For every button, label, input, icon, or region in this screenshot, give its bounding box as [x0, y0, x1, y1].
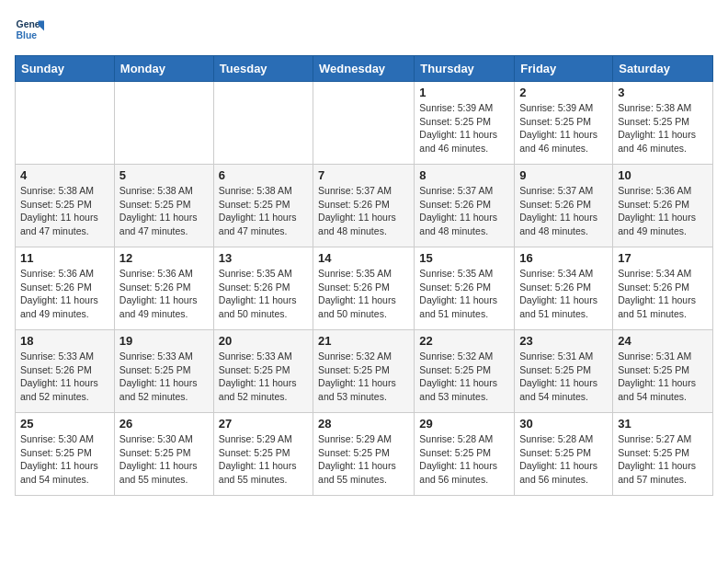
day-number: 26: [119, 417, 209, 431]
weekday-header: Sunday: [16, 56, 115, 82]
calendar-cell: 20Sunrise: 5:33 AM Sunset: 5:25 PM Dayli…: [213, 330, 313, 413]
weekday-header: Tuesday: [213, 56, 313, 82]
day-number: 31: [618, 417, 708, 431]
weekday-header: Friday: [515, 56, 613, 82]
day-detail: Sunrise: 5:33 AM Sunset: 5:25 PM Dayligh…: [219, 350, 308, 404]
calendar-cell: 8Sunrise: 5:37 AM Sunset: 5:26 PM Daylig…: [415, 165, 515, 247]
day-detail: Sunrise: 5:33 AM Sunset: 5:26 PM Dayligh…: [20, 350, 109, 404]
day-detail: Sunrise: 5:34 AM Sunset: 5:26 PM Dayligh…: [519, 267, 608, 321]
day-number: 4: [20, 168, 109, 182]
day-detail: Sunrise: 5:33 AM Sunset: 5:25 PM Dayligh…: [119, 350, 209, 404]
calendar-cell: 17Sunrise: 5:34 AM Sunset: 5:26 PM Dayli…: [613, 247, 713, 330]
day-number: 16: [519, 251, 608, 265]
day-number: 21: [318, 334, 409, 348]
calendar-cell: 6Sunrise: 5:38 AM Sunset: 5:25 PM Daylig…: [213, 165, 313, 247]
day-number: 9: [519, 168, 608, 182]
weekday-header: Saturday: [613, 56, 713, 82]
day-detail: Sunrise: 5:31 AM Sunset: 5:25 PM Dayligh…: [519, 350, 608, 404]
calendar-table: SundayMondayTuesdayWednesdayThursdayFrid…: [15, 55, 713, 496]
calendar-cell: 18Sunrise: 5:33 AM Sunset: 5:26 PM Dayli…: [16, 330, 115, 413]
day-number: 11: [20, 251, 109, 265]
calendar-cell: [16, 82, 115, 165]
day-detail: Sunrise: 5:30 AM Sunset: 5:25 PM Dayligh…: [20, 432, 109, 487]
calendar-cell: 25Sunrise: 5:30 AM Sunset: 5:25 PM Dayli…: [16, 413, 115, 496]
calendar-cell: 12Sunrise: 5:36 AM Sunset: 5:26 PM Dayli…: [114, 247, 213, 330]
day-detail: Sunrise: 5:37 AM Sunset: 5:26 PM Dayligh…: [419, 184, 509, 238]
day-detail: Sunrise: 5:38 AM Sunset: 5:25 PM Dayligh…: [119, 184, 209, 238]
calendar-cell: 31Sunrise: 5:27 AM Sunset: 5:25 PM Dayli…: [613, 413, 713, 496]
day-number: 28: [318, 417, 409, 431]
calendar-cell: [213, 82, 313, 165]
day-number: 6: [219, 168, 308, 182]
day-detail: Sunrise: 5:32 AM Sunset: 5:25 PM Dayligh…: [318, 350, 409, 404]
day-number: 10: [618, 168, 708, 182]
day-detail: Sunrise: 5:39 AM Sunset: 5:25 PM Dayligh…: [519, 101, 608, 155]
calendar-week-row: 1Sunrise: 5:39 AM Sunset: 5:25 PM Daylig…: [16, 82, 713, 165]
day-detail: Sunrise: 5:29 AM Sunset: 5:25 PM Dayligh…: [318, 432, 409, 487]
day-number: 14: [318, 251, 409, 265]
day-number: 13: [219, 251, 308, 265]
day-detail: Sunrise: 5:34 AM Sunset: 5:26 PM Dayligh…: [618, 267, 708, 321]
weekday-header-row: SundayMondayTuesdayWednesdayThursdayFrid…: [16, 56, 713, 82]
day-number: 19: [119, 334, 209, 348]
header: General Blue: [15, 15, 713, 44]
calendar-cell: 11Sunrise: 5:36 AM Sunset: 5:26 PM Dayli…: [16, 247, 115, 330]
calendar-cell: 3Sunrise: 5:38 AM Sunset: 5:25 PM Daylig…: [613, 82, 713, 165]
calendar-cell: 5Sunrise: 5:38 AM Sunset: 5:25 PM Daylig…: [114, 165, 213, 247]
calendar-cell: 21Sunrise: 5:32 AM Sunset: 5:25 PM Dayli…: [313, 330, 415, 413]
calendar-cell: 29Sunrise: 5:28 AM Sunset: 5:25 PM Dayli…: [415, 413, 515, 496]
calendar-cell: 1Sunrise: 5:39 AM Sunset: 5:25 PM Daylig…: [415, 82, 515, 165]
calendar-week-row: 11Sunrise: 5:36 AM Sunset: 5:26 PM Dayli…: [16, 247, 713, 330]
calendar-cell: 22Sunrise: 5:32 AM Sunset: 5:25 PM Dayli…: [415, 330, 515, 413]
weekday-header: Wednesday: [313, 56, 415, 82]
day-detail: Sunrise: 5:30 AM Sunset: 5:25 PM Dayligh…: [119, 432, 209, 487]
day-number: 22: [419, 334, 509, 348]
day-number: 1: [419, 86, 509, 99]
day-number: 15: [419, 251, 509, 265]
calendar-week-row: 25Sunrise: 5:30 AM Sunset: 5:25 PM Dayli…: [16, 413, 713, 496]
calendar-cell: 16Sunrise: 5:34 AM Sunset: 5:26 PM Dayli…: [515, 247, 613, 330]
day-detail: Sunrise: 5:38 AM Sunset: 5:25 PM Dayligh…: [219, 184, 308, 238]
day-detail: Sunrise: 5:28 AM Sunset: 5:25 PM Dayligh…: [519, 432, 608, 487]
day-number: 23: [519, 334, 608, 348]
day-number: 2: [519, 86, 608, 99]
day-number: 8: [419, 168, 509, 182]
day-number: 12: [119, 251, 209, 265]
day-detail: Sunrise: 5:36 AM Sunset: 5:26 PM Dayligh…: [119, 267, 209, 321]
calendar-cell: 26Sunrise: 5:30 AM Sunset: 5:25 PM Dayli…: [114, 413, 213, 496]
weekday-header: Monday: [114, 56, 213, 82]
calendar-week-row: 4Sunrise: 5:38 AM Sunset: 5:25 PM Daylig…: [16, 165, 713, 247]
day-detail: Sunrise: 5:29 AM Sunset: 5:25 PM Dayligh…: [219, 432, 308, 487]
logo: General Blue: [15, 15, 48, 44]
day-detail: Sunrise: 5:37 AM Sunset: 5:26 PM Dayligh…: [519, 184, 608, 238]
svg-text:Blue: Blue: [17, 30, 38, 40]
weekday-header: Thursday: [415, 56, 515, 82]
day-number: 29: [419, 417, 509, 431]
day-detail: Sunrise: 5:37 AM Sunset: 5:26 PM Dayligh…: [318, 184, 409, 238]
day-detail: Sunrise: 5:36 AM Sunset: 5:26 PM Dayligh…: [618, 184, 708, 238]
day-number: 17: [618, 251, 708, 265]
calendar-cell: 4Sunrise: 5:38 AM Sunset: 5:25 PM Daylig…: [16, 165, 115, 247]
day-detail: Sunrise: 5:38 AM Sunset: 5:25 PM Dayligh…: [618, 101, 708, 155]
logo-icon: General Blue: [15, 15, 44, 44]
day-detail: Sunrise: 5:35 AM Sunset: 5:26 PM Dayligh…: [219, 267, 308, 321]
calendar-cell: 24Sunrise: 5:31 AM Sunset: 5:25 PM Dayli…: [613, 330, 713, 413]
calendar-cell: 30Sunrise: 5:28 AM Sunset: 5:25 PM Dayli…: [515, 413, 613, 496]
day-number: 25: [20, 417, 109, 431]
day-detail: Sunrise: 5:27 AM Sunset: 5:25 PM Dayligh…: [618, 432, 708, 487]
day-detail: Sunrise: 5:32 AM Sunset: 5:25 PM Dayligh…: [419, 350, 509, 404]
day-detail: Sunrise: 5:28 AM Sunset: 5:25 PM Dayligh…: [419, 432, 509, 487]
calendar-cell: 10Sunrise: 5:36 AM Sunset: 5:26 PM Dayli…: [613, 165, 713, 247]
day-number: 7: [318, 168, 409, 182]
calendar-cell: 14Sunrise: 5:35 AM Sunset: 5:26 PM Dayli…: [313, 247, 415, 330]
calendar-cell: 28Sunrise: 5:29 AM Sunset: 5:25 PM Dayli…: [313, 413, 415, 496]
day-detail: Sunrise: 5:36 AM Sunset: 5:26 PM Dayligh…: [20, 267, 109, 321]
day-number: 5: [119, 168, 209, 182]
day-number: 24: [618, 334, 708, 348]
day-number: 30: [519, 417, 608, 431]
day-number: 18: [20, 334, 109, 348]
calendar-cell: [313, 82, 415, 165]
calendar-cell: 2Sunrise: 5:39 AM Sunset: 5:25 PM Daylig…: [515, 82, 613, 165]
calendar-cell: [114, 82, 213, 165]
calendar-cell: 19Sunrise: 5:33 AM Sunset: 5:25 PM Dayli…: [114, 330, 213, 413]
